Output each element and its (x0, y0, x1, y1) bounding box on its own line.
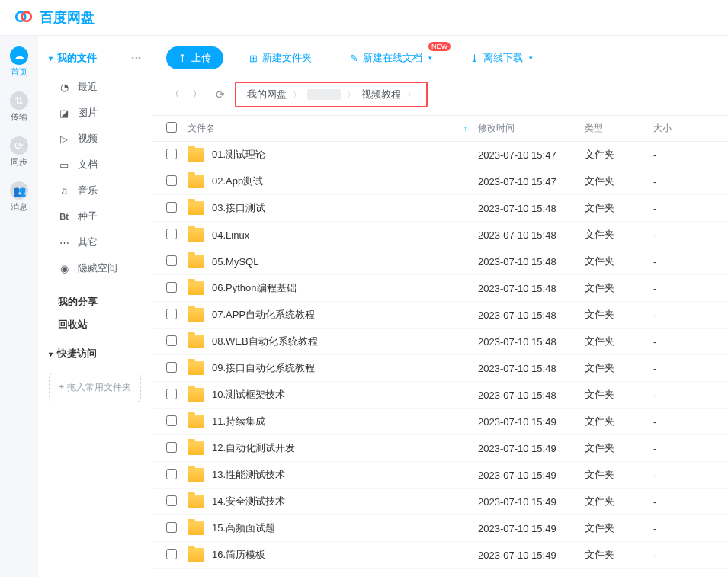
more-icon[interactable]: ⋮ (131, 53, 142, 63)
col-name-header[interactable]: 文件名 (188, 122, 215, 135)
table-row[interactable]: 08.WEB自动化系统教程2023-07-10 15:48文件夹- (152, 329, 728, 355)
row-name: 10.测试框架技术 (212, 388, 285, 402)
crumb-root[interactable]: 我的网盘 (247, 88, 287, 101)
row-name: 15.高频面试题 (212, 521, 275, 535)
row-checkbox[interactable] (166, 309, 177, 319)
row-checkbox[interactable] (166, 469, 177, 479)
nav-my-share[interactable]: 我的分享 (38, 290, 152, 313)
row-type: 文件夹 (585, 175, 653, 188)
nav-section-myfiles[interactable]: ▾ 我的文件 ⋮ (38, 46, 152, 69)
row-checkbox[interactable] (166, 362, 177, 373)
table-row[interactable]: 06.Python编程基础2023-07-10 15:48文件夹- (152, 275, 728, 302)
sidebar-item-play[interactable]: ▷视频 (38, 126, 152, 152)
nav-forward-button[interactable]: 〉 (189, 86, 206, 103)
row-mtime: 2023-07-10 15:49 (478, 550, 585, 561)
new-online-doc-button[interactable]: ✎ 新建在线文档 ▾ NEW (338, 46, 444, 69)
transfer-icon: ⇅ (10, 91, 28, 110)
row-mtime: 2023-07-10 15:48 (478, 336, 585, 348)
row-checkbox[interactable] (166, 335, 177, 346)
play-icon: ▷ (58, 133, 70, 145)
col-type-header[interactable]: 类型 (585, 122, 653, 135)
rail-transfer[interactable]: ⇅ 传输 (10, 91, 28, 123)
table-row[interactable]: 07.APP自动化系统教程2023-07-10 15:48文件夹- (152, 302, 728, 329)
row-name: 09.接口自动化系统教程 (212, 361, 315, 375)
table-row[interactable]: 01.测试理论2023-07-10 15:47文件夹- (152, 142, 728, 168)
nav-list: ◔最近◪图片▷视频▭文档♫音乐Bt种子⋯其它◉隐藏空间 (38, 74, 152, 281)
row-name: 03.接口测试 (212, 201, 265, 215)
row-checkbox[interactable] (166, 282, 177, 293)
row-type: 文件夹 (585, 255, 653, 268)
crumb-current[interactable]: 视频教程 (361, 88, 401, 101)
row-checkbox[interactable] (166, 202, 177, 213)
row-size: - (653, 176, 714, 188)
side-nav: ▾ 我的文件 ⋮ ◔最近◪图片▷视频▭文档♫音乐Bt种子⋯其它◉隐藏空间 我的分… (38, 36, 152, 577)
offline-download-button[interactable]: ⤓ 离线下载 ▾ (458, 46, 545, 69)
upload-icon: ⤒ (178, 53, 187, 64)
sidebar-item-Bt[interactable]: Bt种子 (38, 204, 152, 229)
row-size: - (653, 470, 714, 481)
table-row[interactable]: 04.Linux2023-07-10 15:48文件夹- (152, 222, 728, 248)
nav-section-quick[interactable]: ▾ 快捷访问 (38, 342, 152, 365)
row-mtime: 2023-07-10 15:49 (478, 496, 585, 508)
row-checkbox[interactable] (166, 229, 177, 239)
sidebar-item-clock[interactable]: ◔最近 (38, 74, 152, 100)
sidebar-item-image[interactable]: ◪图片 (38, 100, 152, 126)
sidebar-item-dots[interactable]: ⋯其它 (38, 229, 152, 255)
table-row[interactable]: 03.接口测试2023-07-10 15:48文件夹- (152, 195, 728, 222)
table-row[interactable]: 11.持续集成2023-07-10 15:49文件夹- (152, 409, 728, 435)
sidebar-item-music[interactable]: ♫音乐 (38, 178, 152, 204)
rail-home[interactable]: ☁ 首页 (10, 46, 28, 78)
table-row[interactable]: 10.测试框架技术2023-07-10 15:48文件夹- (152, 382, 728, 409)
sort-asc-icon[interactable]: ↑ (463, 124, 467, 133)
row-checkbox[interactable] (166, 175, 177, 186)
row-checkbox[interactable] (166, 389, 177, 399)
baidu-netdisk-icon (14, 8, 34, 27)
row-checkbox[interactable] (166, 522, 177, 533)
row-checkbox[interactable] (166, 149, 177, 159)
table-row[interactable]: 12.自动化测试开发2023-07-10 15:49文件夹- (152, 435, 728, 462)
nav-recycle[interactable]: 回收站 (38, 313, 152, 336)
col-size-header[interactable]: 大小 (653, 122, 714, 135)
sidebar-item-label: 种子 (78, 210, 98, 223)
quick-dropzone[interactable]: + 拖入常用文件夹 (49, 373, 141, 402)
select-all-checkbox[interactable] (166, 122, 177, 133)
row-checkbox[interactable] (166, 415, 177, 426)
row-checkbox[interactable] (166, 442, 177, 453)
table-row[interactable]: 09.接口自动化系统教程2023-07-10 15:48文件夹- (152, 355, 728, 382)
nav-refresh-button[interactable]: ⟳ (212, 86, 229, 103)
new-folder-button[interactable]: ⊞ 新建文件夹 (237, 46, 324, 69)
sidebar-item-label: 文档 (78, 158, 98, 171)
sidebar-item-shield[interactable]: ◉隐藏空间 (38, 255, 152, 281)
nav-back-button[interactable]: 〈 (166, 86, 183, 103)
row-type: 文件夹 (585, 335, 653, 348)
row-type: 文件夹 (585, 228, 653, 242)
table-row[interactable]: 16.简历模板2023-07-10 15:49文件夹- (152, 542, 728, 569)
row-checkbox[interactable] (166, 255, 177, 266)
crumb-redacted[interactable] (307, 89, 341, 100)
table-row[interactable]: 05.MySQL2023-07-10 15:48文件夹- (152, 248, 728, 275)
col-mtime-header[interactable]: 修改时间 (478, 122, 585, 135)
upload-button[interactable]: ⤒ 上传 (166, 46, 223, 69)
row-name: 06.Python编程基础 (212, 281, 297, 295)
rail-sync[interactable]: ⟳ 同步 (10, 136, 28, 168)
table-row[interactable]: 14.安全测试技术2023-07-10 15:49文件夹- (152, 489, 728, 515)
row-size: - (653, 389, 714, 401)
table-row[interactable]: 15.高频面试题2023-07-10 15:49文件夹- (152, 515, 728, 542)
row-checkbox[interactable] (166, 495, 177, 506)
sidebar-item-doc[interactable]: ▭文档 (38, 152, 152, 178)
table-row[interactable]: 02.App测试2023-07-10 15:47文件夹- (152, 168, 728, 195)
left-rail: ☁ 首页 ⇅ 传输 ⟳ 同步 👥 消息 (0, 36, 38, 577)
row-mtime: 2023-07-10 15:47 (478, 149, 585, 161)
row-name: 11.持续集成 (212, 415, 265, 428)
table-row[interactable]: 13.性能测试技术2023-07-10 15:49文件夹- (152, 462, 728, 489)
folder-icon (188, 548, 204, 562)
row-size: - (653, 363, 714, 374)
rail-label: 传输 (11, 111, 27, 123)
rail-message[interactable]: 👥 消息 (10, 181, 28, 213)
row-name: 12.自动化测试开发 (212, 441, 295, 455)
row-checkbox[interactable] (166, 549, 177, 559)
sidebar-item-label: 音乐 (78, 184, 98, 197)
row-name: 13.性能测试技术 (212, 468, 285, 482)
row-name: 04.Linux (212, 229, 249, 241)
row-type: 文件夹 (585, 148, 653, 162)
